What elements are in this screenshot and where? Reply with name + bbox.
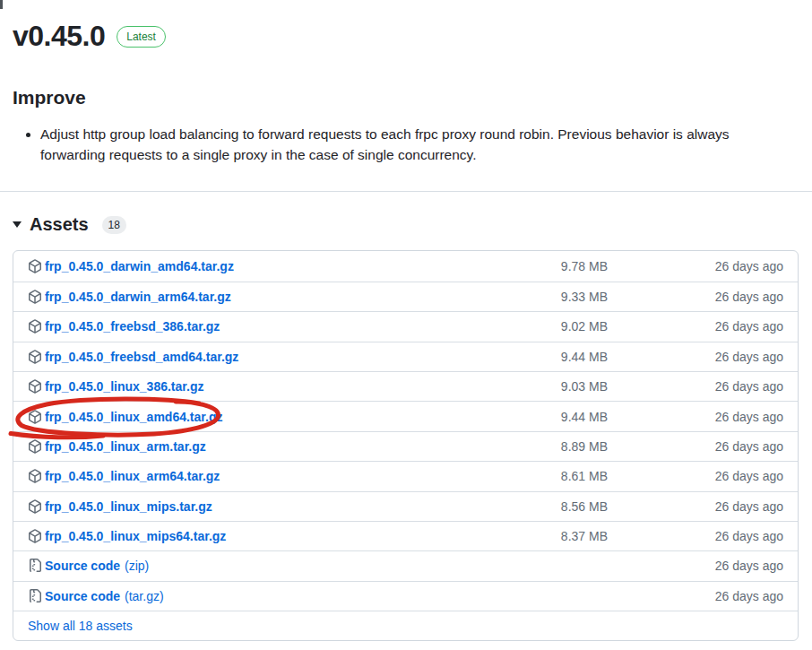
corner-artifact bbox=[0, 0, 3, 9]
asset-download-link[interactable]: frp_0.45.0_linux_amd64.tar.gz bbox=[28, 410, 222, 424]
asset-filename: frp_0.45.0_darwin_arm64.tar.gz bbox=[45, 290, 231, 304]
package-icon bbox=[28, 529, 42, 543]
asset-filename: frp_0.45.0_linux_arm.tar.gz bbox=[45, 439, 206, 454]
asset-download-link[interactable]: frp_0.45.0_linux_arm64.tar.gz bbox=[28, 469, 220, 483]
asset-row: Source code (tar.gz) 26 days ago bbox=[13, 581, 798, 611]
asset-size: 9.03 MB bbox=[561, 379, 608, 394]
show-all-assets-row: Show all 18 assets bbox=[13, 611, 798, 640]
asset-size: 8.61 MB bbox=[561, 469, 608, 483]
release-note-item: Adjust http group load balancing to forw… bbox=[40, 124, 799, 165]
asset-row: frp_0.45.0_darwin_arm64.tar.gz 9.33 MB 2… bbox=[13, 282, 798, 311]
asset-filename: frp_0.45.0_darwin_amd64.tar.gz bbox=[45, 259, 234, 273]
asset-filename: frp_0.45.0_linux_amd64.tar.gz bbox=[45, 410, 222, 424]
release-body-heading: Improve bbox=[13, 87, 799, 108]
package-icon bbox=[28, 259, 42, 273]
asset-age: 26 days ago bbox=[608, 350, 783, 364]
asset-filename: frp_0.45.0_linux_386.tar.gz bbox=[45, 379, 203, 394]
asset-size: 9.44 MB bbox=[561, 350, 608, 364]
asset-download-link[interactable]: frp_0.45.0_linux_mips.tar.gz bbox=[28, 499, 212, 514]
asset-filename: frp_0.45.0_linux_arm64.tar.gz bbox=[45, 469, 220, 483]
asset-download-link[interactable]: frp_0.45.0_freebsd_amd64.tar.gz bbox=[28, 350, 238, 364]
package-icon bbox=[28, 379, 42, 394]
release-title: v0.45.0 bbox=[13, 19, 105, 53]
asset-size: 9.44 MB bbox=[561, 410, 608, 424]
asset-download-link[interactable]: frp_0.45.0_linux_386.tar.gz bbox=[28, 379, 203, 394]
asset-size: 8.56 MB bbox=[561, 499, 608, 514]
package-icon bbox=[28, 290, 42, 304]
assets-table: frp_0.45.0_darwin_amd64.tar.gz 9.78 MB 2… bbox=[13, 250, 799, 641]
asset-filename: frp_0.45.0_freebsd_amd64.tar.gz bbox=[45, 350, 238, 364]
asset-size: 9.78 MB bbox=[561, 259, 608, 273]
package-icon bbox=[28, 499, 42, 514]
assets-toggle[interactable]: Assets 18 bbox=[13, 214, 126, 235]
asset-filename-suffix: (tar.gz) bbox=[125, 589, 164, 603]
release-notes-list: Adjust http group load balancing to forw… bbox=[13, 124, 799, 165]
asset-download-link[interactable]: frp_0.45.0_darwin_amd64.tar.gz bbox=[28, 259, 234, 273]
asset-download-link[interactable]: frp_0.45.0_linux_arm.tar.gz bbox=[28, 439, 206, 454]
asset-download-link[interactable]: frp_0.45.0_freebsd_386.tar.gz bbox=[28, 319, 220, 334]
package-icon bbox=[28, 410, 42, 424]
asset-row: frp_0.45.0_darwin_amd64.tar.gz 9.78 MB 2… bbox=[13, 251, 798, 281]
asset-row: frp_0.45.0_linux_arm64.tar.gz 8.61 MB 26… bbox=[13, 461, 798, 490]
asset-download-link[interactable]: frp_0.45.0_linux_mips64.tar.gz bbox=[28, 529, 226, 543]
assets-title: Assets bbox=[30, 214, 89, 235]
asset-size: 8.37 MB bbox=[561, 529, 608, 543]
asset-filename: frp_0.45.0_linux_mips64.tar.gz bbox=[45, 529, 226, 543]
asset-filename: frp_0.45.0_freebsd_386.tar.gz bbox=[45, 319, 220, 334]
asset-filename: Source code bbox=[45, 589, 120, 603]
release-page: v0.45.0 Latest Improve Adjust http group… bbox=[0, 19, 812, 641]
package-icon bbox=[28, 469, 42, 483]
package-icon bbox=[28, 439, 42, 454]
package-icon bbox=[28, 350, 42, 364]
asset-row: frp_0.45.0_linux_386.tar.gz 9.03 MB 26 d… bbox=[13, 371, 798, 401]
release-header: v0.45.0 Latest bbox=[13, 19, 799, 53]
asset-row: frp_0.45.0_freebsd_386.tar.gz 9.02 MB 26… bbox=[13, 311, 798, 341]
asset-row: frp_0.45.0_linux_mips64.tar.gz 8.37 MB 2… bbox=[13, 521, 798, 550]
asset-row: frp_0.45.0_freebsd_amd64.tar.gz 9.44 MB … bbox=[13, 342, 798, 371]
asset-download-link[interactable]: frp_0.45.0_darwin_arm64.tar.gz bbox=[28, 290, 231, 304]
show-all-assets-link[interactable]: Show all 18 assets bbox=[28, 619, 133, 633]
asset-age: 26 days ago bbox=[608, 259, 783, 273]
asset-size: 8.89 MB bbox=[561, 439, 608, 454]
package-icon bbox=[28, 319, 42, 334]
asset-download-link[interactable]: Source code (zip) bbox=[28, 559, 149, 573]
asset-row: frp_0.45.0_linux_mips.tar.gz 8.56 MB 26 … bbox=[13, 491, 798, 521]
section-divider bbox=[0, 191, 812, 192]
chevron-down-icon bbox=[13, 221, 22, 228]
asset-age: 26 days ago bbox=[608, 499, 783, 514]
asset-age: 26 days ago bbox=[608, 559, 783, 573]
asset-row: frp_0.45.0_linux_amd64.tar.gz 9.44 MB 26… bbox=[13, 401, 798, 430]
asset-age: 26 days ago bbox=[608, 379, 783, 394]
asset-age: 26 days ago bbox=[608, 529, 783, 543]
asset-size: 9.02 MB bbox=[561, 319, 608, 334]
assets-count-badge: 18 bbox=[102, 216, 126, 234]
asset-filename: Source code bbox=[45, 559, 120, 573]
asset-download-link[interactable]: Source code (tar.gz) bbox=[28, 589, 164, 603]
asset-age: 26 days ago bbox=[608, 589, 783, 603]
file-zip-icon bbox=[28, 589, 42, 603]
asset-row: frp_0.45.0_linux_arm.tar.gz 8.89 MB 26 d… bbox=[13, 431, 798, 461]
file-zip-icon bbox=[28, 559, 42, 573]
asset-filename-suffix: (zip) bbox=[125, 559, 149, 573]
asset-filename: frp_0.45.0_linux_mips.tar.gz bbox=[45, 499, 212, 514]
asset-size: 9.33 MB bbox=[561, 290, 608, 304]
asset-age: 26 days ago bbox=[608, 469, 783, 483]
latest-badge: Latest bbox=[117, 26, 166, 48]
asset-age: 26 days ago bbox=[608, 290, 783, 304]
asset-age: 26 days ago bbox=[608, 439, 783, 454]
asset-age: 26 days ago bbox=[608, 319, 783, 334]
asset-row: Source code (zip) 26 days ago bbox=[13, 550, 798, 580]
asset-age: 26 days ago bbox=[608, 410, 783, 424]
